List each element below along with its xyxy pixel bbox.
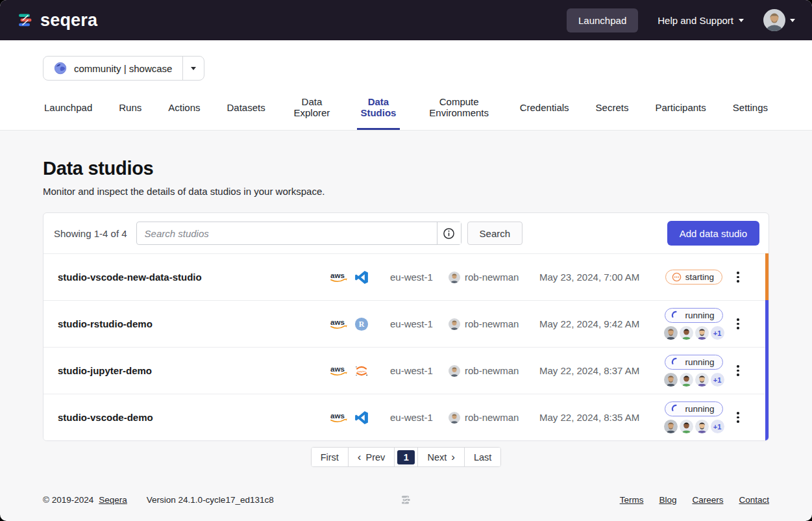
main-content: Data studios Monitor and inspect the det… — [0, 131, 812, 521]
owner-avatar-icon — [449, 318, 460, 330]
tab-participants[interactable]: Participants — [654, 96, 707, 130]
pagination-page-1[interactable]: 1 — [394, 448, 417, 466]
member-avatar-icon — [664, 326, 678, 340]
terms-link[interactable]: Terms — [620, 495, 644, 505]
created-date: May 23, 2024, 7:00 AM — [539, 272, 655, 283]
studio-name[interactable]: studio-rstudio-demo — [58, 318, 328, 329]
owner-avatar-icon — [449, 272, 460, 283]
member-avatar-icon — [695, 326, 709, 340]
globe-icon — [54, 62, 67, 75]
member-avatars: +1 — [664, 326, 724, 340]
studio-name[interactable]: studio-jupyter-demo — [58, 365, 328, 376]
status-cell: running — [655, 355, 733, 387]
tab-runs[interactable]: Runs — [117, 96, 143, 130]
starting-status-icon — [672, 272, 682, 282]
pagination-prev-button[interactable]: ‹ Prev — [348, 448, 395, 466]
member-avatar-icon — [695, 373, 709, 387]
running-spinner-icon — [671, 357, 681, 367]
studio-owner: rob-newman — [449, 365, 539, 377]
pagination: First ‹ Prev 1 Next › Last — [311, 447, 502, 467]
created-date: May 22, 2024, 8:35 AM — [539, 412, 655, 423]
region-label: eu-west-1 — [390, 412, 449, 423]
tab-datasets[interactable]: Datasets — [225, 96, 266, 130]
region-label: eu-west-1 — [390, 272, 449, 283]
search-button[interactable]: Search — [467, 222, 523, 245]
extra-members-badge[interactable]: +1 — [711, 420, 724, 433]
status-label: starting — [685, 272, 714, 282]
vscode-icon — [354, 411, 369, 425]
tab-launchpad[interactable]: Launchpad — [43, 96, 93, 130]
status-label: running — [685, 311, 714, 320]
owner-name: rob-newman — [465, 412, 519, 423]
status-label: running — [685, 404, 714, 414]
row-menu-button[interactable] — [733, 268, 743, 286]
chevron-down-icon — [191, 67, 196, 70]
seqera-footer-link[interactable]: Seqera — [99, 495, 127, 505]
status-edge-bar — [765, 253, 769, 300]
extra-members-badge[interactable]: +1 — [711, 373, 724, 387]
studio-platform-icons: aws — [328, 411, 390, 425]
page-footer: © 2019-2024 Seqera Version 24.1.0-cycle1… — [0, 494, 812, 521]
workspace-dropdown-toggle[interactable] — [182, 57, 204, 80]
status-label: running — [685, 357, 714, 367]
svg-text:aws: aws — [330, 271, 345, 279]
add-data-studio-button[interactable]: Add data studio — [667, 221, 759, 246]
status-cell: starting — [655, 270, 733, 285]
status-badge: running — [665, 355, 722, 370]
row-menu-button[interactable] — [733, 408, 743, 427]
member-avatar-icon — [680, 420, 693, 433]
launchpad-button[interactable]: Launchpad — [567, 8, 638, 32]
table-row: studio-rstudio-demo aws R — [43, 300, 769, 347]
top-navbar: seqera Launchpad Help and Support — [0, 0, 812, 40]
row-menu-button[interactable] — [733, 314, 743, 333]
status-edge-bar — [765, 394, 769, 440]
region-label: eu-west-1 — [390, 318, 449, 329]
user-menu[interactable] — [763, 9, 795, 31]
tab-actions[interactable]: Actions — [167, 96, 201, 130]
search-info-button[interactable] — [437, 222, 461, 244]
svg-text:aws: aws — [330, 364, 345, 373]
created-date: May 22, 2024, 9:42 AM — [539, 318, 655, 329]
pagination-first-button[interactable]: First — [312, 448, 348, 466]
pagination-last-button[interactable]: Last — [464, 448, 500, 466]
aws-icon: aws — [328, 411, 349, 424]
status-badge: starting — [665, 270, 722, 285]
tab-settings[interactable]: Settings — [732, 96, 769, 130]
member-avatar-icon — [680, 373, 693, 387]
studio-platform-icons: aws — [328, 270, 390, 285]
tab-data-studios[interactable]: Data Studios — [357, 96, 399, 130]
extra-members-badge[interactable]: +1 — [711, 326, 724, 340]
copyright-text: © 2019-2024 — [43, 495, 93, 505]
workspace-selector[interactable]: community | showcase — [43, 56, 204, 81]
status-edge-bar — [765, 347, 769, 394]
member-avatar-icon — [664, 373, 678, 387]
careers-link[interactable]: Careers — [692, 495, 723, 505]
workspace-tabs: Launchpad Runs Actions Datasets Data Exp… — [43, 96, 769, 130]
row-menu-button[interactable] — [733, 361, 743, 380]
pagination-next-button[interactable]: Next › — [417, 448, 464, 466]
workspace-name: community | showcase — [74, 63, 172, 74]
tab-compute-environments[interactable]: Compute Environments — [424, 96, 495, 130]
studio-name[interactable]: studio-vscode-new-data-studio — [58, 272, 328, 283]
search-input[interactable] — [137, 222, 437, 244]
table-row: studio-vscode-new-data-studio aws — [43, 253, 769, 300]
running-spinner-icon — [671, 311, 681, 320]
owner-name: rob-newman — [465, 365, 519, 376]
table-row: studio-jupyter-demo aws jupyter — [43, 347, 769, 394]
info-icon — [443, 227, 455, 240]
seqera-logo[interactable]: seqera — [17, 10, 97, 31]
status-cell: running — [655, 401, 733, 433]
blog-link[interactable]: Blog — [659, 495, 676, 505]
contact-link[interactable]: Contact — [739, 495, 769, 505]
chevron-left-icon: ‹ — [358, 451, 362, 463]
help-support-menu[interactable]: Help and Support — [658, 15, 744, 26]
owner-name: rob-newman — [465, 272, 519, 283]
tab-credentials[interactable]: Credentials — [519, 96, 571, 130]
tab-data-explorer[interactable]: Data Explorer — [291, 96, 333, 130]
region-label: eu-west-1 — [390, 365, 449, 376]
svg-text:aws: aws — [330, 411, 345, 420]
tab-secrets[interactable]: Secrets — [595, 96, 630, 130]
seqera-logo-icon — [17, 12, 34, 29]
studio-name[interactable]: studio-vscode-demo — [58, 412, 328, 423]
aws-icon: aws — [328, 317, 349, 331]
